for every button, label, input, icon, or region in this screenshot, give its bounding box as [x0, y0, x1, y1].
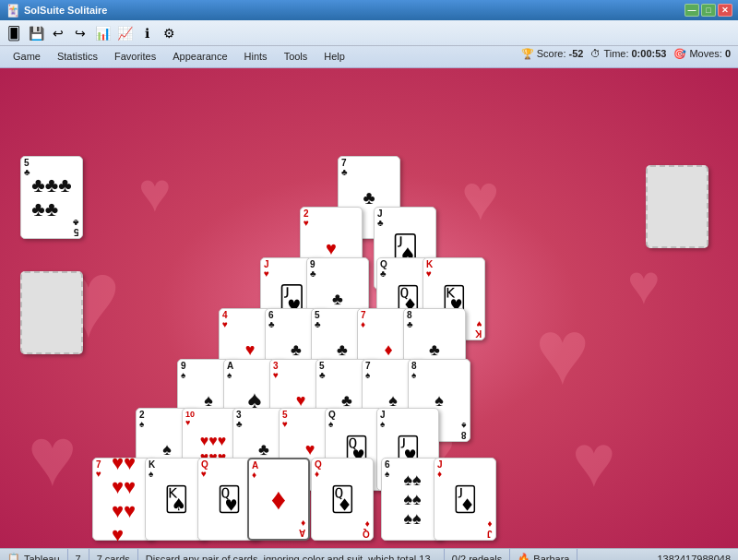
titlebar-controls[interactable]: — □ ✕: [684, 4, 732, 17]
status-seed-cell: 1382417988048: [577, 549, 738, 560]
toolbar-status: 🏆 Score: -52 ⏱ Time: 0:00:53 🎯 Moves: 0: [521, 41, 738, 66]
card-rank-br: 5♣: [73, 218, 79, 236]
titlebar-left: 🃏 SolSuite Solitaire: [6, 4, 107, 18]
empty-pile-left[interactable]: [20, 271, 83, 354]
game-area[interactable]: ♥ ♥ ♥ ♥ ♥ ♥ ♥ ♥ 5♣ ♣♣♣♣♣ 5♣ 7♣ ♣ 7♣ 2♥ ♥…: [0, 68, 738, 548]
status-cards-cell: 7 cards: [89, 549, 138, 560]
minimize-button[interactable]: —: [684, 4, 699, 17]
instruction-text: Discard any pair of cards, ignoring colo…: [146, 554, 431, 561]
moves-icon: 🎯: [673, 48, 686, 60]
statusbar: 📋 Tableau 7 7 cards Discard any pair of …: [0, 548, 738, 560]
card-rank-tl: 5♣: [24, 159, 30, 177]
menu-statistics[interactable]: Statistics: [50, 50, 105, 63]
cards-label: 7 cards: [97, 554, 130, 561]
moves-label: Moves:: [689, 48, 721, 59]
card-suit-center: ♣♣♣♣♣: [31, 173, 71, 221]
moves-value: 0: [725, 48, 731, 59]
tableau-icon: 📋: [7, 553, 20, 560]
toolbar-area: 🂠 💾 ↩ ↪ 📊 📈 ℹ ⚙ Game Statistics Favorite…: [0, 20, 738, 68]
maximize-button[interactable]: □: [701, 4, 716, 17]
status-redeals-cell: 0/2 redeals: [445, 549, 510, 560]
player-icon: 🔥: [518, 553, 530, 560]
moves-stat: 🎯 Moves: 0: [673, 48, 731, 60]
menu-tools[interactable]: Tools: [277, 50, 315, 63]
redeals-text: 0/2 redeals: [452, 554, 502, 561]
toolbar-icon-settings[interactable]: ⚙: [159, 23, 179, 43]
score-label: Score:: [537, 48, 566, 59]
app-icon: 🃏: [6, 4, 20, 18]
empty-pile-right[interactable]: [646, 165, 708, 248]
status-count-cell: 7: [68, 549, 89, 560]
game-type-label: Tableau: [24, 554, 60, 561]
deck-card[interactable]: 5♣ ♣♣♣♣♣ 5♣: [20, 156, 83, 239]
status-instruction-cell: Discard any pair of cards, ignoring colo…: [138, 549, 445, 560]
player-name: Barbara: [533, 554, 569, 561]
toolbar-icon-stats[interactable]: 📊: [92, 23, 113, 43]
time-value: 0:00:53: [631, 48, 666, 59]
time-label: Time:: [603, 48, 628, 59]
score-value: -52: [568, 48, 583, 59]
menu-favorites[interactable]: Favorites: [107, 50, 163, 63]
toolbar-icon-undo[interactable]: ↩: [48, 23, 68, 43]
toolbar-icon-redo[interactable]: ↪: [70, 23, 90, 43]
menu-appearance[interactable]: Appearance: [165, 50, 234, 63]
status-player-cell: 🔥 Barbara: [510, 549, 577, 560]
status-type-cell: 📋 Tableau: [0, 549, 68, 560]
pyramid-card[interactable]: Q♦ 🃍 Q♦: [311, 458, 374, 541]
menu-game[interactable]: Game: [6, 50, 48, 63]
window-title: SolSuite Solitaire: [24, 5, 107, 16]
score-icon: 🏆: [521, 48, 534, 60]
titlebar: 🃏 SolSuite Solitaire — □ ✕: [0, 0, 738, 20]
pyramid-card[interactable]: J♦ 🃋 J♦: [434, 458, 496, 541]
toolbar-icon-1[interactable]: 💾: [26, 23, 46, 43]
toolbar-icon-info[interactable]: ℹ: [137, 23, 157, 43]
seed-value: 1382417988048: [657, 554, 731, 561]
menu-hints[interactable]: Hints: [237, 50, 275, 63]
pyramid-card[interactable]: A♦ ♦ A♦: [247, 458, 310, 541]
menu-help[interactable]: Help: [316, 50, 352, 63]
time-stat: ⏱ Time: 0:00:53: [590, 48, 666, 59]
card-count: 7: [76, 554, 81, 561]
toolbar-icon-chart[interactable]: 📈: [114, 23, 135, 43]
time-icon: ⏱: [590, 48, 601, 59]
score-stat: 🏆 Score: -52: [521, 48, 584, 60]
toolbar-icon-0[interactable]: 🂠: [4, 23, 24, 43]
close-button[interactable]: ✕: [718, 4, 732, 17]
